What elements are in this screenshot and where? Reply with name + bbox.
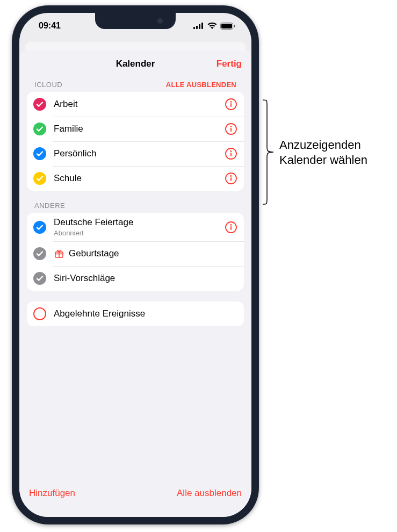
callout-line1: Anzuzeigenden — [279, 138, 361, 152]
svg-rect-0 — [193, 27, 195, 29]
calendar-row-feiertage[interactable]: Deutsche Feiertage Abonniert — [27, 213, 244, 241]
info-icon[interactable] — [225, 123, 237, 135]
calendar-row-siri[interactable]: Siri-Vorschläge — [27, 266, 244, 291]
svg-point-13 — [230, 126, 232, 127]
wifi-icon — [207, 23, 217, 29]
info-icon[interactable] — [225, 147, 237, 160]
calendar-sheet: Kalender Fertig ICLOUD ALLE AUSBLENDEN A… — [19, 51, 251, 517]
hide-all-icloud-button[interactable]: ALLE AUSBLENDEN — [166, 81, 236, 89]
sheet-header: Kalender Fertig — [19, 51, 251, 77]
page-title: Kalender — [116, 59, 155, 69]
section-header-icloud: ICLOUD ALLE AUSBLENDEN — [27, 77, 244, 92]
checkmark-icon[interactable] — [33, 172, 46, 185]
section-title-andere: ANDERE — [34, 202, 65, 210]
checkmark-icon[interactable] — [33, 123, 46, 135]
calendar-label: Siri-Vorschläge — [54, 273, 237, 284]
checkmark-icon[interactable] — [33, 272, 46, 285]
svg-rect-22 — [230, 177, 232, 181]
gift-icon — [54, 248, 64, 259]
calendar-label: Persönlich — [54, 148, 225, 159]
calendar-label-text: Deutsche Feiertage — [54, 217, 133, 227]
checkmark-icon[interactable] — [33, 98, 46, 111]
unchecked-icon[interactable] — [33, 307, 46, 320]
status-right — [193, 23, 235, 30]
svg-rect-2 — [199, 24, 200, 29]
callout-label: Anzuzeigenden Kalender wählen — [279, 138, 392, 167]
calendar-label: Familie — [54, 124, 225, 134]
calendar-label: Deutsche Feiertage Abonniert — [54, 217, 225, 237]
svg-rect-1 — [196, 26, 198, 29]
status-time: 09:41 — [39, 21, 61, 31]
callout-bracket — [262, 99, 275, 205]
svg-rect-5 — [221, 24, 232, 28]
calendar-row-geburtstage[interactable]: Geburtstage — [27, 241, 244, 266]
calendar-row-persoenlich[interactable]: Persönlich — [27, 141, 244, 166]
svg-point-9 — [230, 101, 232, 103]
svg-point-17 — [230, 150, 232, 152]
hide-all-footer-button[interactable]: Alle ausblenden — [177, 488, 242, 499]
checkmark-icon[interactable] — [33, 221, 46, 234]
svg-rect-14 — [230, 128, 232, 132]
cellular-signal-icon — [193, 23, 204, 29]
calendar-label: Arbeit — [54, 99, 225, 110]
calendar-group-declined: Abgelehnte Ereignisse — [27, 301, 244, 326]
info-icon[interactable] — [225, 172, 237, 185]
calendar-sublabel: Abonniert — [54, 229, 225, 237]
sheet-footer: Hinzufügen Alle ausblenden — [19, 479, 251, 517]
done-button[interactable]: Fertig — [216, 51, 242, 77]
calendar-group-andere: Deutsche Feiertage Abonniert Geburtstage — [27, 213, 244, 291]
checkmark-icon[interactable] — [33, 247, 46, 260]
svg-rect-26 — [230, 226, 232, 230]
section-header-andere: ANDERE — [27, 198, 244, 213]
section-title-icloud: ICLOUD — [34, 81, 62, 89]
svg-rect-10 — [230, 103, 232, 107]
calendar-label: Abgelehnte Ereignisse — [54, 308, 237, 319]
battery-icon — [220, 23, 235, 30]
info-icon[interactable] — [225, 98, 237, 111]
calendar-group-icloud: Arbeit Familie Persönlich — [27, 92, 244, 191]
svg-point-21 — [230, 175, 232, 177]
info-icon[interactable] — [225, 221, 237, 234]
svg-rect-3 — [201, 23, 203, 29]
svg-point-25 — [230, 224, 232, 226]
calendar-row-declined[interactable]: Abgelehnte Ereignisse — [27, 301, 244, 326]
checkmark-icon[interactable] — [33, 147, 46, 160]
calendar-row-arbeit[interactable]: Arbeit — [27, 92, 244, 117]
calendar-label: Geburtstage — [69, 248, 237, 259]
svg-rect-6 — [234, 25, 235, 27]
svg-rect-18 — [230, 153, 232, 156]
calendar-row-schule[interactable]: Schule — [27, 166, 244, 191]
phone-screen: 09:41 Kalender Fertig — [19, 13, 251, 517]
phone-frame: 09:41 Kalender Fertig — [12, 5, 259, 524]
calendar-row-familie[interactable]: Familie — [27, 117, 244, 141]
notch — [95, 13, 176, 29]
sheet-body: ICLOUD ALLE AUSBLENDEN Arbeit Familie — [19, 77, 251, 479]
calendar-label: Schule — [54, 173, 225, 184]
callout-line2: Kalender wählen — [279, 153, 367, 167]
add-calendar-button[interactable]: Hinzufügen — [29, 488, 75, 499]
